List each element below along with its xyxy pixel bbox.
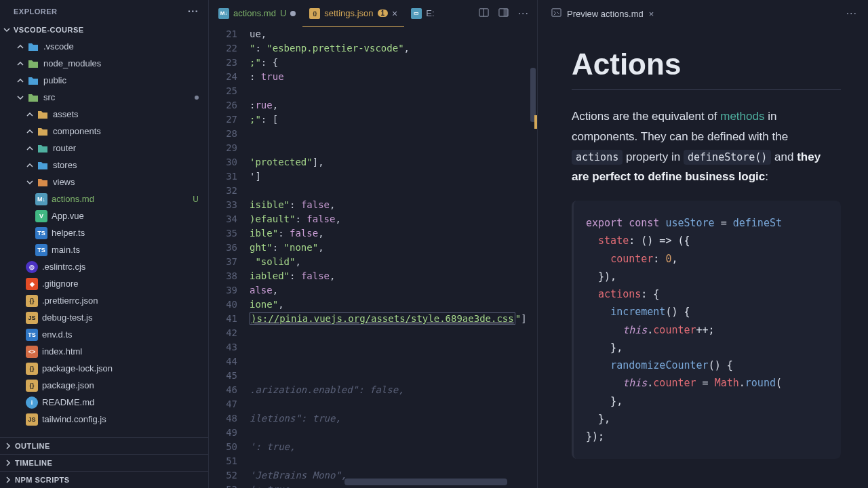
timeline-section[interactable]: TIMELINE bbox=[0, 454, 208, 471]
code-line[interactable]: .arization.enabled": false, bbox=[250, 383, 537, 397]
more-actions-icon[interactable]: ··· bbox=[518, 7, 529, 20]
methods-link[interactable]: methods bbox=[720, 110, 764, 123]
file-type-icon: {} bbox=[26, 380, 38, 392]
outline-section[interactable]: OUTLINE bbox=[0, 437, 208, 454]
folder-views[interactable]: views bbox=[0, 174, 208, 190]
code-line[interactable]: iabled": false, bbox=[250, 269, 537, 283]
code-line[interactable]: : true bbox=[250, 70, 537, 84]
folder-public[interactable]: public bbox=[0, 72, 208, 89]
minimap-thumb[interactable] bbox=[530, 68, 536, 122]
preview-more-icon[interactable]: ··· bbox=[846, 7, 868, 20]
code-editor[interactable]: 2122232425262728293031323334353637383940… bbox=[209, 27, 537, 488]
code-line[interactable] bbox=[250, 454, 537, 468]
line-number: 27 bbox=[209, 113, 237, 127]
code-lines[interactable]: ue,": "esbenp.prettier-vscode",;": {: tr… bbox=[250, 27, 537, 488]
folder-src[interactable]: src bbox=[0, 89, 208, 106]
line-number: 46 bbox=[209, 383, 237, 397]
editor-tab-actions: ··· bbox=[479, 7, 537, 20]
file-README.md[interactable]: iREADME.md bbox=[0, 394, 208, 411]
file-tailwind.config.js[interactable]: JStailwind.config.js bbox=[0, 411, 208, 428]
tab-actions-md[interactable]: M↓ actions.md U bbox=[212, 0, 302, 27]
code-line[interactable]: ione", bbox=[250, 298, 537, 312]
code-line[interactable]: )efault": false, bbox=[250, 212, 537, 226]
close-icon[interactable]: × bbox=[649, 9, 654, 19]
chevron-down-icon bbox=[15, 92, 26, 103]
file-actions.md[interactable]: M↓actions.mdU bbox=[0, 190, 208, 207]
code-line[interactable]: "solid", bbox=[250, 255, 537, 269]
line-number: 23 bbox=[209, 56, 237, 70]
code-line[interactable] bbox=[250, 127, 537, 141]
folder-components[interactable]: components bbox=[0, 123, 208, 140]
horizontal-scrollbar[interactable] bbox=[344, 479, 507, 485]
chevron-right-icon bbox=[15, 41, 26, 52]
code-line[interactable]: ght": "none", bbox=[250, 241, 537, 255]
code-line[interactable] bbox=[250, 141, 537, 155]
file-.gitignore[interactable]: ◆.gitignore bbox=[0, 275, 208, 292]
tree-item-label: components bbox=[53, 126, 101, 136]
line-number: 26 bbox=[209, 98, 237, 113]
code-line[interactable]: )s://pinia.vuejs.org/assets/style.689ae3… bbox=[250, 312, 537, 326]
file-index.html[interactable]: <>index.html bbox=[0, 343, 208, 360]
preview-code-block: export const useStore = defineSt state: … bbox=[572, 201, 841, 459]
code-line[interactable]: ible": false, bbox=[250, 226, 537, 241]
code-line[interactable]: isible": false, bbox=[250, 198, 537, 212]
folder-assets[interactable]: assets bbox=[0, 106, 208, 123]
code-line[interactable] bbox=[250, 84, 537, 98]
folder-router[interactable]: router bbox=[0, 140, 208, 157]
line-number: 28 bbox=[209, 127, 237, 141]
code-line[interactable]: ;": { bbox=[250, 56, 537, 70]
code-line[interactable]: ue, bbox=[250, 27, 537, 41]
file-.eslintrc.cjs[interactable]: ◎.eslintrc.cjs bbox=[0, 258, 208, 275]
line-number: 52 bbox=[209, 468, 237, 483]
close-icon[interactable]: × bbox=[392, 8, 397, 19]
folder-stores[interactable]: stores bbox=[0, 157, 208, 174]
file-main.ts[interactable]: TSmain.ts bbox=[0, 241, 208, 258]
code-line[interactable]: 'protected"], bbox=[250, 155, 537, 169]
code-line[interactable]: '] bbox=[250, 169, 537, 184]
tab-overflow[interactable]: ▭ E: bbox=[404, 0, 441, 27]
code-line[interactable] bbox=[250, 326, 537, 340]
line-number: 40 bbox=[209, 298, 237, 312]
file-.prettierrc.json[interactable]: {}.prettierrc.json bbox=[0, 292, 208, 309]
chevron-right-icon bbox=[15, 58, 26, 69]
split-editor-icon[interactable] bbox=[498, 7, 509, 20]
code-line[interactable]: ': true, bbox=[250, 440, 537, 454]
folder-node_modules[interactable]: node_modules bbox=[0, 55, 208, 72]
open-preview-icon[interactable] bbox=[479, 7, 489, 20]
file-App.vue[interactable]: VApp.vue bbox=[0, 207, 208, 224]
line-number: 25 bbox=[209, 84, 237, 98]
line-number: 37 bbox=[209, 255, 237, 269]
folder-.vscode[interactable]: .vscode bbox=[0, 38, 208, 55]
npm-scripts-section[interactable]: NPM SCRIPTS bbox=[0, 471, 208, 488]
explorer-more-icon[interactable]: ··· bbox=[188, 5, 199, 18]
minimap[interactable] bbox=[528, 27, 537, 488]
code-line[interactable] bbox=[250, 354, 537, 369]
line-number: 35 bbox=[209, 226, 237, 241]
tab-settings-json[interactable]: {} settings.json 1 × bbox=[302, 0, 404, 27]
code-line[interactable]: ": "esbenp.prettier-vscode", bbox=[250, 41, 537, 56]
chevron-right-icon bbox=[24, 143, 35, 154]
svg-rect-4 bbox=[552, 9, 561, 16]
folder-icon bbox=[27, 92, 39, 104]
code-line[interactable]: ;": [ bbox=[250, 113, 537, 127]
code-line[interactable] bbox=[250, 340, 537, 354]
file-helper.ts[interactable]: TShelper.ts bbox=[0, 224, 208, 241]
line-number: 42 bbox=[209, 326, 237, 340]
project-section-header[interactable]: VSCODE-COURSE bbox=[0, 22, 208, 38]
file-env.d.ts[interactable]: TSenv.d.ts bbox=[0, 326, 208, 343]
tree-item-label: README.md bbox=[42, 397, 94, 407]
code-line[interactable]: :rue, bbox=[250, 98, 537, 113]
file-debug-test.js[interactable]: JSdebug-test.js bbox=[0, 309, 208, 326]
code-line[interactable] bbox=[250, 426, 537, 440]
file-package-lock.json[interactable]: {}package-lock.json bbox=[0, 360, 208, 377]
code-line[interactable]: iletions": true, bbox=[250, 411, 537, 426]
code-line[interactable]: alse, bbox=[250, 283, 537, 298]
line-number: 47 bbox=[209, 397, 237, 411]
code-line[interactable] bbox=[250, 369, 537, 383]
file-package.json[interactable]: {}package.json bbox=[0, 377, 208, 394]
tree-item-label: node_modules bbox=[43, 58, 101, 68]
tree-item-label: .prettierrc.json bbox=[42, 296, 98, 306]
code-line[interactable] bbox=[250, 397, 537, 411]
tab-preview-actions[interactable]: Preview actions.md × bbox=[543, 7, 662, 20]
code-line[interactable] bbox=[250, 184, 537, 198]
